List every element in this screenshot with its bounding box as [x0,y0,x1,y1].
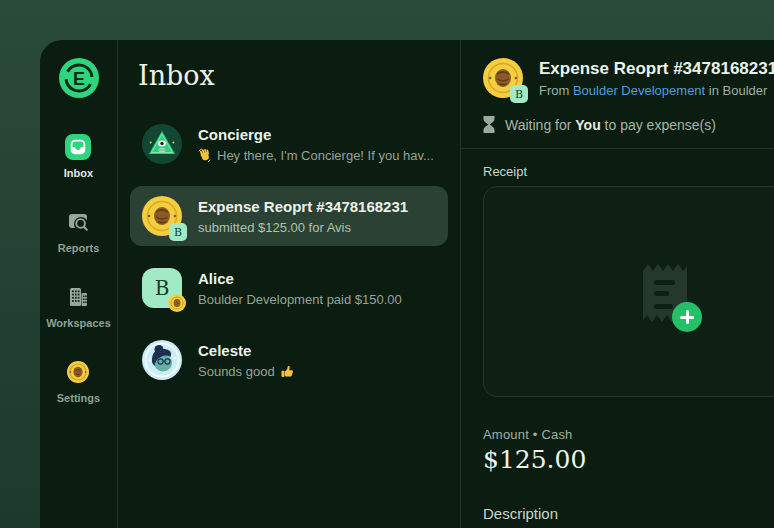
detail-header: B Expense Reoprt #3478168231 From Boulde… [483,58,774,98]
sidebar-item-label: Workspaces [46,317,111,329]
row-text: Expense Reoprt #3478168231 submitted $12… [198,197,408,236]
from-suffix: in Boulder [705,83,767,98]
app-window: E Inbox [40,40,774,528]
inbox-tray-icon [65,134,91,160]
list-item-celeste[interactable]: Celeste Sounds good [130,330,448,390]
inbox-list-panel: Inbox Concierge [118,40,461,528]
list-item-preview: Hey there, I'm Concierge! If you hav... [198,147,434,164]
coin-badge-icon [168,294,186,312]
sidebar-item-label: Settings [57,392,100,404]
preview-text: Hey there, I'm Concierge! If you hav... [217,147,434,164]
thumbs-up-emoji-icon [280,364,294,378]
coin-icon [65,359,91,385]
list-item-expense-report[interactable]: B Expense Reoprt #3478168231 submitted $… [130,186,448,246]
sidebar-item-reports[interactable]: Reports [58,209,100,254]
list-item-preview: submitted $125.00 for Avis [198,219,408,236]
row-text: Concierge Hey there, [198,125,434,164]
lion-coin-avatar: B [142,196,182,236]
amount-value: $125.00 [483,446,774,473]
sidebar-nav: Inbox Reports [46,134,111,434]
preview-text: submitted $125.00 for Avis [198,219,351,236]
receipt-upload-box[interactable] [483,186,774,397]
list-item-concierge[interactable]: Concierge Hey there, [130,114,448,174]
description-label: Description [483,505,774,522]
app-logo-icon[interactable]: E [59,58,99,98]
status-line: Waiting for You to pay expense(s) [483,116,774,133]
detail-header-text: Expense Reoprt #3478168231 From Boulder … [539,59,774,98]
list-item-preview: Boulder Development paid $150.00 [198,291,402,308]
sidebar-item-workspaces[interactable]: Workspaces [46,284,111,329]
lion-coin-avatar: B [483,58,523,98]
sidebar-item-label: Inbox [64,167,93,179]
company-link[interactable]: Boulder Developement [573,83,705,98]
from-prefix: From [539,83,573,98]
report-search-icon [65,209,91,235]
buildings-icon [65,284,91,310]
celeste-portrait-avatar [142,340,182,380]
sidebar-item-label: Reports [58,242,100,254]
list-item-name: Celeste [198,341,294,360]
detail-title: Expense Reoprt #3478168231 [539,59,774,79]
preview-text: Sounds good [198,363,275,380]
list-item-name: Concierge [198,125,434,144]
status-suffix: to pay expense(s) [601,117,716,133]
sidebar: E Inbox [40,40,118,528]
list-item-name: Alice [198,269,402,288]
header-divider [461,148,774,149]
row-text: Alice Boulder Development paid $150.00 [198,269,402,308]
company-b-badge: B [510,85,528,103]
status-prefix: Waiting for [505,117,575,133]
row-text: Celeste Sounds good [198,341,294,380]
hourglass-icon [483,116,495,133]
receipt-label: Receipt [483,164,774,179]
preview-text: Boulder Development paid $150.00 [198,291,402,308]
add-receipt-button[interactable] [672,302,702,332]
status-text: Waiting for You to pay expense(s) [505,117,716,133]
sidebar-item-settings[interactable]: Settings [57,359,100,404]
wave-emoji-icon [198,148,212,162]
logo-letter: E [72,69,84,89]
list-item-preview: Sounds good [198,363,294,380]
alice-avatar: B [142,268,182,308]
inbox-rows: Concierge Hey there, [130,114,448,390]
company-b-badge: B [169,223,187,241]
detail-panel: B Expense Reoprt #3478168231 From Boulde… [461,40,774,528]
detail-subtitle: From Boulder Developement in Boulder [539,83,774,98]
inbox-title: Inbox [138,60,448,92]
list-item-alice[interactable]: B Alice Boulder Development paid $150.00 [130,258,448,318]
amount-label: Amount • Cash [483,427,774,442]
sidebar-item-inbox[interactable]: Inbox [64,134,93,179]
list-item-name: Expense Reoprt #3478168231 [198,197,408,216]
status-actor: You [575,117,600,133]
concierge-pyramid-avatar [142,124,182,164]
